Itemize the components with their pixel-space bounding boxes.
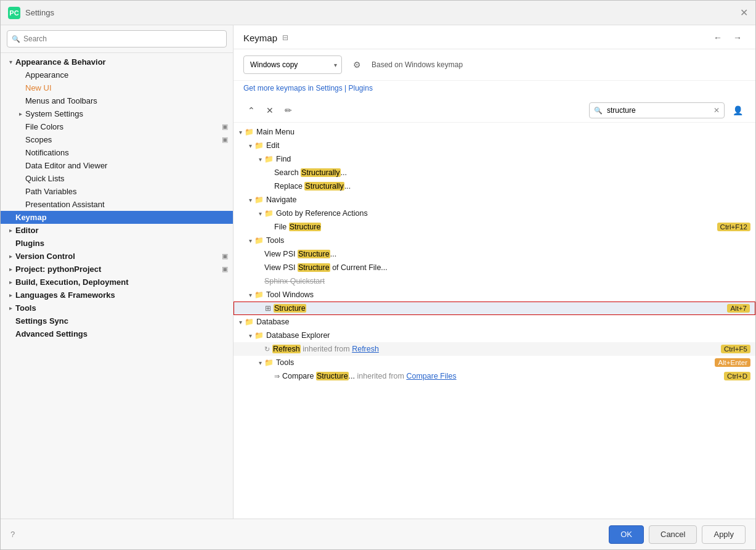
clear-search-button[interactable]: ✕ (713, 106, 720, 115)
sidebar-item-label: System Settings (25, 109, 83, 118)
km-item-database-explorer[interactable]: ▾ 📁 Database Explorer (234, 329, 755, 342)
km-item-search-structurally[interactable]: Search Structurally... (234, 166, 755, 179)
sidebar-search-input[interactable] (7, 30, 227, 47)
shortcut-badge: Ctrl+F12 (717, 223, 750, 231)
sidebar-tree: Appearance & Behavior Appearance New UI … (1, 53, 233, 519)
sidebar-item-label: Advanced Settings (15, 329, 87, 339)
back-button[interactable]: ← (710, 31, 726, 44)
km-item-sphinx-quickstart[interactable]: Sphinx Quickstart (234, 274, 755, 288)
sidebar-item-keymap[interactable]: Keymap (1, 211, 233, 224)
sidebar-item-label: Appearance (25, 70, 68, 80)
edit-button[interactable]: ✏ (280, 102, 296, 118)
expand-icon[interactable]: ▾ (246, 332, 254, 339)
inherited-link[interactable]: Refresh (352, 345, 379, 353)
sidebar-item-quick-lists[interactable]: Quick Lists (1, 172, 233, 185)
apply-button[interactable]: Apply (702, 525, 746, 544)
km-item-find[interactable]: ▾ 📁 Find (234, 152, 755, 166)
expand-icon[interactable]: ▾ (246, 142, 254, 149)
ok-button[interactable]: OK (609, 525, 644, 544)
arrow-icon[interactable] (15, 110, 25, 117)
tool-window-icon: ⊞ (265, 304, 271, 313)
km-label: Goto by Reference Actions (276, 209, 750, 218)
keymap-description: Based on Windows keymap (372, 60, 463, 69)
get-more-link[interactable]: Get more keymaps in Settings | Plugins (243, 84, 373, 92)
expand-icon[interactable]: ▾ (256, 156, 264, 163)
close-button[interactable]: ✕ (739, 9, 748, 17)
expand-button[interactable]: ⌃ (243, 102, 259, 118)
collapse-button[interactable]: ✕ (262, 102, 278, 118)
km-item-tool-windows[interactable]: ▾ 📁 Tool Windows (234, 288, 755, 302)
sidebar-item-tools[interactable]: Tools (1, 302, 233, 314)
sidebar-item-path-variables[interactable]: Path Variables (1, 185, 233, 198)
sidebar-item-build-execution[interactable]: Build, Execution, Deployment (1, 276, 233, 289)
km-item-main-menu[interactable]: ▾ 📁 Main Menu (234, 125, 755, 139)
folder-icon: 📁 (245, 128, 254, 136)
expand-icon[interactable]: ▾ (246, 197, 254, 203)
arrow-icon[interactable] (6, 253, 15, 260)
km-item-edit[interactable]: ▾ 📁 Edit (234, 139, 755, 152)
expand-icon[interactable]: ▾ (236, 319, 245, 326)
km-item-goto-by-ref[interactable]: ▾ 📁 Goto by Reference Actions (234, 207, 755, 220)
expand-icon[interactable]: ▾ (246, 237, 254, 244)
keymap-search-input[interactable] (589, 102, 725, 118)
arrow-icon[interactable] (6, 279, 15, 285)
expand-icon[interactable]: ▾ (256, 359, 264, 366)
forward-button[interactable]: → (730, 31, 746, 44)
sidebar-item-editor[interactable]: Editor (1, 224, 233, 237)
sidebar-item-label: Notifications (25, 148, 69, 157)
sidebar-item-scopes[interactable]: Scopes ▣ (1, 133, 233, 146)
search-icon: 🔍 (594, 107, 603, 115)
km-item-compare-structure[interactable]: ⇒ Compare Structure... inherited from Co… (234, 369, 755, 383)
sidebar-item-advanced-settings[interactable]: Advanced Settings (1, 327, 233, 340)
search-icon: 🔍 (12, 35, 20, 43)
km-item-refresh[interactable]: ↻ Refresh inherited from Refresh Ctrl+F5 (234, 342, 755, 356)
keymap-select[interactable]: Windows copy (243, 55, 342, 74)
km-label: Search Structurally... (274, 168, 750, 177)
sidebar-item-version-control[interactable]: Version Control ▣ (1, 250, 233, 263)
sidebar-item-data-editor[interactable]: Data Editor and Viewer (1, 159, 233, 172)
km-item-view-psi-structure[interactable]: View PSI Structure... (234, 247, 755, 261)
pin-icon[interactable]: ⊟ (282, 33, 288, 42)
expand-icon[interactable]: ▾ (256, 210, 264, 217)
user-filter-button[interactable]: 👤 (730, 102, 746, 118)
km-item-navigate[interactable]: ▾ 📁 Navigate (234, 193, 755, 207)
sidebar-item-appearance[interactable]: Appearance (1, 68, 233, 81)
sidebar-item-presentation-assistant[interactable]: Presentation Assistant (1, 198, 233, 211)
expand-icon[interactable]: ▾ (246, 292, 254, 298)
inherited-link[interactable]: Compare Files (406, 372, 456, 380)
sidebar-item-plugins[interactable]: Plugins (1, 237, 233, 250)
sidebar-item-new-ui[interactable]: New UI (1, 81, 233, 94)
km-item-replace-structurally[interactable]: Replace Structurally... (234, 179, 755, 193)
arrow-icon[interactable] (6, 266, 15, 273)
keymap-controls: Windows copy ▾ ⚙ Based on Windows keymap (234, 49, 755, 81)
sidebar-item-languages-frameworks[interactable]: Languages & Frameworks (1, 289, 233, 302)
km-item-tools-sub[interactable]: ▾ 📁 Tools Alt+Enter (234, 356, 755, 369)
sidebar-item-label: Path Variables (25, 187, 77, 196)
cancel-button[interactable]: Cancel (649, 525, 697, 544)
km-item-view-psi-structure-current[interactable]: View PSI Structure of Current File... (234, 261, 755, 274)
km-item-database[interactable]: ▾ 📁 Database (234, 315, 755, 329)
sidebar-item-appearance-behavior[interactable]: Appearance & Behavior (1, 55, 233, 68)
folder-icon: 📁 (254, 290, 264, 299)
right-panel: Keymap ⊟ ← → Windows copy ▾ ⚙ Based on W… (234, 25, 755, 519)
arrow-icon[interactable] (6, 227, 15, 234)
help-button[interactable]: ? (10, 530, 15, 539)
km-item-file-structure[interactable]: File Structure Ctrl+F12 (234, 220, 755, 234)
sidebar-item-menus-toolbars[interactable]: Menus and Toolbars (1, 94, 233, 107)
km-label: Refresh inherited from Refresh (272, 345, 721, 353)
expand-icon[interactable]: ▾ (236, 129, 245, 136)
arrow-icon[interactable] (6, 292, 15, 298)
km-label: Database (256, 318, 750, 326)
km-item-structure[interactable]: ⊞ Structure Alt+7 (234, 302, 755, 315)
sidebar-item-notifications[interactable]: Notifications (1, 146, 233, 159)
km-item-tools[interactable]: ▾ 📁 Tools (234, 234, 755, 247)
keymap-gear-button[interactable]: ⚙ (348, 56, 365, 73)
sidebar-item-system-settings[interactable]: System Settings (1, 107, 233, 120)
arrow-icon[interactable] (6, 305, 15, 311)
sidebar-item-project[interactable]: Project: pythonProject ▣ (1, 263, 233, 276)
panel-nav: ← → (710, 31, 746, 44)
sidebar-item-file-colors[interactable]: File Colors ▣ (1, 120, 233, 133)
sidebar-item-settings-sync[interactable]: Settings Sync (1, 314, 233, 327)
highlight-text: Structure (298, 263, 330, 272)
arrow-icon[interactable] (6, 59, 15, 65)
